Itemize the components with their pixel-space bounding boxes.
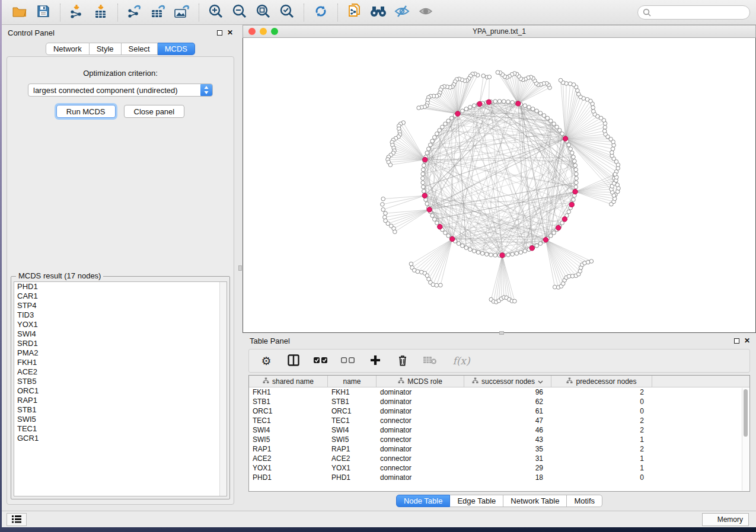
mcds-result-item[interactable]: STB5 [14,377,227,386]
table-cell: RAP1 [249,444,328,454]
task-history-button[interactable] [7,513,27,526]
zoom-out-icon [232,4,247,21]
network-window: YPA_prune.txt_1 [243,25,756,333]
column-header-successor-nodes[interactable]: successor nodes [464,376,551,387]
table-cell: 43 [464,435,551,444]
table-panel-title: Table Panel [243,336,290,345]
table-cell: connector [377,454,464,463]
table-cell: ACE2 [249,454,328,463]
create-column-button[interactable] [368,352,383,369]
tab-mcds[interactable]: MCDS [158,43,195,55]
hide-selected-button[interactable] [391,2,413,23]
table-cell: 1 [551,454,652,463]
horizontal-splitter-handle[interactable] [499,331,504,335]
mcds-result-item[interactable]: SRD1 [14,339,227,348]
mcds-result-list[interactable]: PHD1CAR1STP4TID3YOX1SWI4SRD1PMA2FKH1ACE2… [14,281,227,496]
table-tabs: Node TableEdge TableNetwork TableMotifs [243,495,756,507]
search-field[interactable] [637,5,750,20]
mcds-result-item[interactable]: TID3 [14,310,227,320]
column-header-MCDS-role[interactable]: MCDS role [377,376,464,387]
mcds-result-item[interactable]: ORC1 [14,386,227,396]
mcds-result-item[interactable]: ACE2 [14,367,227,377]
mcds-result-item[interactable]: FKH1 [14,358,227,367]
show-columns-button[interactable] [286,352,301,369]
table-row[interactable]: STB1STB1dominator620 [249,397,749,406]
criterion-select[interactable]: largest connected component (undirected) [28,84,213,97]
export-table-button[interactable] [148,2,169,23]
column-header-name[interactable]: name [328,376,377,387]
table-row[interactable]: ACE2ACE2connector311 [249,454,749,463]
float-panel-icon[interactable] [217,30,222,36]
export-image-button[interactable] [171,2,193,23]
table-row[interactable]: RAP1RAP1dominator352 [249,444,749,454]
mcds-result-item[interactable]: STB1 [14,405,227,415]
vertical-splitter-handle[interactable] [238,265,242,271]
mcds-result-item[interactable]: RAP1 [14,396,227,405]
table-row[interactable]: PHD1PHD1dominator180 [249,473,749,482]
close-panel-icon[interactable]: ✕ [227,29,233,36]
table-cell: PHD1 [328,473,377,482]
zoom-fit-button[interactable] [253,2,274,23]
node-table: shared namenameMCDS rolesuccessor nodesp… [248,375,750,492]
mcds-result-item[interactable]: CAR1 [14,291,227,301]
tab-select[interactable]: Select [122,43,158,55]
mcds-list-scrollbar[interactable] [219,282,227,496]
table-row[interactable]: FKH1FKH1dominator962 [249,387,749,397]
zoom-selected-button[interactable] [276,2,298,23]
export-network-button[interactable] [124,2,145,23]
mcds-result-item[interactable]: SWI5 [14,415,227,424]
tab-node-table[interactable]: Node Table [396,495,451,507]
uncheck-all-icon [341,357,355,366]
tab-edge-table[interactable]: Edge Table [450,495,503,507]
table-row[interactable]: TEC1TEC1connector472 [249,416,749,425]
search-network-button[interactable] [368,2,389,23]
mcds-result-item[interactable]: PHD1 [14,282,227,291]
network-canvas[interactable] [243,38,756,333]
table-scrollbar[interactable] [742,388,749,491]
mcds-result-item[interactable]: SWI4 [14,329,227,339]
select-all-rows-button[interactable] [313,352,328,369]
tree-column-icon [398,377,404,386]
run-mcds-button[interactable]: Run MCDS [56,105,116,118]
column-header-predecessor-nodes[interactable]: predecessor nodes [551,376,652,387]
save-session-button[interactable] [33,2,54,23]
mcds-result-item[interactable]: STP4 [14,301,227,310]
trash-icon [397,354,408,368]
float-panel-icon[interactable] [734,338,739,344]
search-input[interactable] [651,8,745,17]
table-cell: YOX1 [328,463,377,473]
table-row[interactable]: YOX1YOX1connector291 [249,463,749,473]
mcds-result-item[interactable]: PMA2 [14,348,227,358]
table-scrollbar-thumb[interactable] [744,389,748,437]
tree-column-icon [472,377,479,386]
save-floppy-icon [37,5,50,20]
import-network-button[interactable] [66,2,88,23]
show-all-button[interactable] [415,2,436,23]
close-panel-button[interactable]: Close panel [124,105,185,118]
tab-network-table[interactable]: Network Table [503,495,567,507]
table-settings-button[interactable]: ⚙ [259,352,274,369]
columns-icon [288,354,299,368]
duplicate-network-button[interactable] [344,2,365,23]
import-table-button[interactable] [90,2,111,23]
zoom-out-button[interactable] [229,2,250,23]
open-file-button[interactable] [9,2,30,23]
mcds-result-item[interactable]: YOX1 [14,320,227,329]
select-stepper-icon [200,84,212,97]
close-panel-icon[interactable]: ✕ [744,337,750,344]
mcds-result-item[interactable]: TEC1 [14,424,227,434]
table-row[interactable]: SWI5SWI5connector431 [249,435,749,444]
tab-network[interactable]: Network [46,43,90,55]
column-header-shared-name[interactable]: shared name [249,376,328,387]
refresh-button[interactable] [310,2,331,23]
delete-column-button[interactable] [395,352,410,369]
deselect-all-rows-button[interactable] [340,352,356,369]
table-row[interactable]: SWI4SWI4dominator462 [249,425,749,435]
tab-motifs[interactable]: Motifs [567,495,602,507]
zoom-in-button[interactable] [205,2,227,23]
mcds-result-item[interactable]: GCR1 [14,434,227,443]
table-row[interactable]: ORC1ORC1dominator610 [249,406,749,416]
tab-style[interactable]: Style [90,43,122,55]
network-window-titlebar[interactable]: YPA_prune.txt_1 [243,25,756,38]
memory-button[interactable]: Memory [702,513,749,526]
